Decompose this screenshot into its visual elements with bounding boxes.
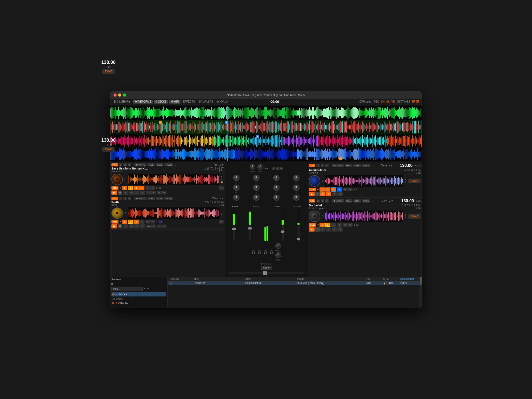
deck1-fx4[interactable]: 4: [128, 163, 131, 166]
deck2-mini-waveform[interactable]: [128, 207, 220, 219]
deck1-pass[interactable]: PASS: [164, 163, 173, 166]
deck1-btn-b[interactable]: ⊡: [150, 186, 155, 190]
col-artist[interactable]: Artist: [245, 278, 297, 280]
deck3-hotcue-2[interactable]: 2: [325, 187, 330, 192]
mixer-fx4[interactable]: 4: [280, 167, 283, 170]
deck1-loop-btn[interactable]: ↩: [219, 186, 224, 190]
ch2-fader[interactable]: [249, 225, 251, 241]
deck2-t8[interactable]: 8: [140, 224, 145, 228]
deck3-quantize[interactable]: 4: [354, 188, 355, 191]
split-button[interactable]: SPLIT: [261, 266, 271, 270]
col-bpm[interactable]: BPM: [383, 278, 400, 280]
rec-button[interactable]: REC: [374, 100, 379, 103]
deck3-btn-b[interactable]: ⊡: [348, 188, 353, 191]
deck3-cue-label[interactable]: CUE: [309, 188, 316, 191]
library-item-tracks[interactable]: ▶ ● Tracks: [111, 292, 166, 296]
deck1-fx-btn2[interactable]: ⊞: [151, 191, 156, 194]
deck2-t7[interactable]: 7: [134, 224, 139, 228]
deck4-fx2[interactable]: 2: [316, 199, 320, 202]
library-scrollbar[interactable]: [420, 277, 422, 308]
ch1-low-knob[interactable]: [233, 194, 240, 201]
deck2-fx2[interactable]: 2: [119, 197, 122, 200]
headphone-icon-2[interactable]: 🎧: [257, 250, 261, 254]
minimize-button[interactable]: [118, 93, 121, 97]
deck2-rel[interactable]: REL: [148, 197, 155, 200]
deck1-fx3[interactable]: 3: [123, 163, 127, 166]
deck4-cue-label[interactable]: CUE: [309, 223, 316, 227]
deck1-rel[interactable]: REL: [148, 163, 155, 166]
deck1-fx2[interactable]: 2: [119, 163, 122, 166]
ch4-fader[interactable]: [297, 225, 300, 241]
deck3-t7[interactable]: 7: [332, 192, 337, 196]
deck2-hotcue-4[interactable]: 4: [139, 220, 144, 224]
deck4-sync[interactable]: SYNC: [408, 214, 421, 219]
deck3-sync[interactable]: SYNC: [408, 179, 421, 183]
deck2-fx1[interactable]: FX1: [111, 197, 118, 200]
deck4-fx1[interactable]: FX1: [309, 199, 315, 202]
deck1-loop3[interactable]: ↪: [162, 191, 167, 194]
deck4-mini-waveform[interactable]: [325, 211, 403, 222]
ch4-mid-knob[interactable]: [293, 185, 300, 191]
deck3-t6[interactable]: 6: [326, 192, 331, 196]
deck1-hotcue-4[interactable]: 4: [139, 186, 144, 190]
close-button[interactable]: [114, 93, 117, 97]
deck2-pause[interactable]: ⏸: [118, 224, 122, 228]
bal-knob[interactable]: [257, 164, 263, 170]
crossfader-handle[interactable]: [263, 271, 267, 275]
deck2-hotcue-3[interactable]: 3: [134, 220, 139, 224]
deck3-fx4[interactable]: 4: [325, 164, 329, 167]
deck1-t8[interactable]: 8: [140, 191, 145, 195]
search-dropdown[interactable]: ▼: [147, 287, 149, 290]
ch3-low-knob[interactable]: [273, 194, 280, 201]
mixer-fx2[interactable]: 2: [272, 167, 275, 170]
nav-micaux[interactable]: MIC/AUX: [216, 100, 230, 104]
deck1-play[interactable]: ▶: [111, 191, 117, 195]
waveform-deck4[interactable]: 2: [110, 148, 422, 161]
ch1-mid-knob[interactable]: [233, 185, 240, 191]
ch4-low-knob[interactable]: [293, 194, 300, 201]
deck1-hotcue-2[interactable]: 2: [128, 186, 133, 190]
deck2-hotcue-2[interactable]: 2: [128, 220, 133, 224]
deck2-fx3[interactable]: 3: [123, 197, 127, 200]
ch2-mid-knob[interactable]: [253, 185, 260, 191]
deck4-t8[interactable]: 8: [337, 227, 343, 232]
maximize-button[interactable]: [123, 93, 126, 97]
deck2-pass[interactable]: PASS: [164, 197, 173, 200]
deck4-quantize[interactable]: 4: [354, 224, 355, 226]
deck3-rel[interactable]: REL: [345, 164, 352, 167]
crossfader[interactable]: [229, 272, 304, 274]
waveform-deck1[interactable]: [110, 106, 422, 120]
deck4-cue-btn[interactable]: CUE: [353, 199, 361, 202]
col-date[interactable]: Date Added: [400, 278, 417, 280]
deck4-hotcue-3[interactable]: 3: [331, 223, 336, 227]
deck2-fx4[interactable]: 4: [128, 197, 131, 200]
deck4-fx4[interactable]: 4: [325, 199, 329, 202]
search-clear[interactable]: ✕: [144, 287, 146, 290]
deck4-t7[interactable]: 7: [332, 227, 337, 232]
deck1-vinyl[interactable]: ⏺ VINYL: [134, 163, 147, 166]
deck1-cue-label[interactable]: CUE: [111, 186, 118, 190]
deck1-btn-a[interactable]: ⊟: [145, 186, 150, 190]
deck1-cue-btn[interactable]: CUE: [156, 163, 163, 166]
ch3-fader[interactable]: [282, 225, 284, 241]
deck2-btn-a[interactable]: ⊟: [145, 220, 150, 224]
deck3-btn-a[interactable]: ⊟: [343, 188, 348, 191]
deck3-pass[interactable]: PASS: [362, 164, 370, 167]
nav-big-library[interactable]: BIG LIBRARY: [112, 100, 132, 104]
deck3-hotcue-1[interactable]: 1: [320, 187, 325, 192]
deck3-hotcue-3[interactable]: 3: [331, 187, 336, 192]
library-item-autodj[interactable]: ▶ ● Auto DJ: [111, 301, 166, 305]
headphone-icon-3[interactable]: 🎧: [263, 250, 267, 254]
deck3-play[interactable]: ▶: [309, 192, 315, 196]
scrollbar-thumb[interactable]: [420, 277, 422, 285]
deck2-play[interactable]: ▶: [111, 224, 117, 228]
nav-samplers[interactable]: SAMPLERS: [197, 100, 215, 104]
deck4-play[interactable]: ▶: [309, 227, 315, 232]
headphone-icon-1[interactable]: 🎧: [251, 250, 255, 254]
deck4-hotcue-2[interactable]: 2: [325, 223, 330, 227]
deck4-btn-b[interactable]: ⊡: [348, 223, 353, 227]
ch3-hi-knob[interactable]: [273, 175, 280, 181]
deck2-cue-label[interactable]: CUE: [111, 220, 118, 224]
deck1-hotcue-1[interactable]: 1: [122, 186, 127, 190]
deck2-loop[interactable]: 32: [158, 220, 163, 223]
